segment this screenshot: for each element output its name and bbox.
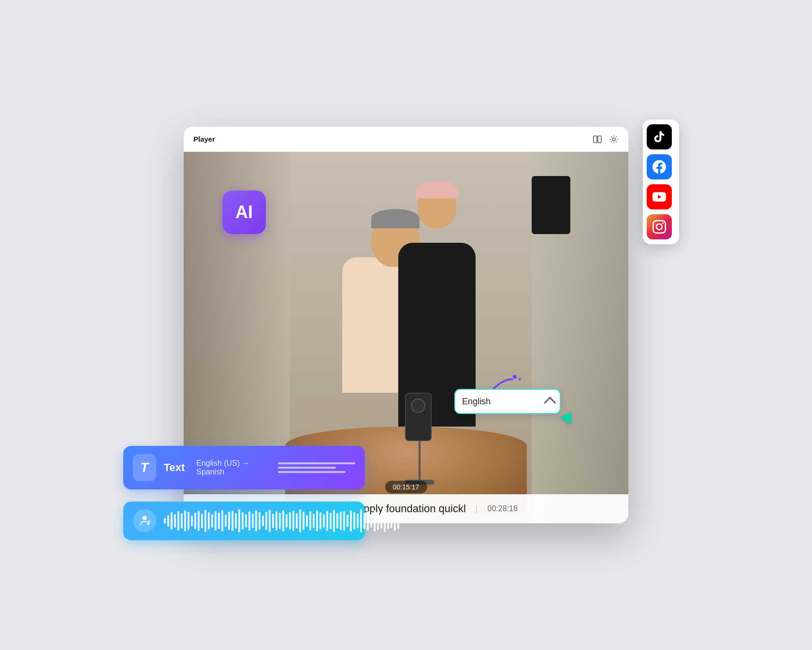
settings-icon[interactable]: [609, 134, 619, 144]
wave-bar: [394, 511, 396, 531]
wave-bar: [177, 511, 179, 531]
text-line-3: [278, 471, 346, 473]
text-line-1: [278, 462, 355, 464]
wave-bar: [309, 511, 311, 531]
wave-bar: [387, 512, 389, 530]
english-dropdown[interactable]: English: [454, 389, 561, 414]
wave-bar: [232, 511, 233, 531]
wave-bar: [360, 509, 362, 532]
svg-point-5: [143, 516, 147, 520]
wave-bar: [367, 511, 369, 531]
wave-bar: [286, 514, 288, 528]
english-dropdown-value: English: [462, 397, 491, 407]
wave-bar: [296, 513, 298, 529]
wave-bar: [323, 514, 325, 528]
wave-bar: [215, 511, 217, 531]
wave-bar: [319, 512, 321, 530]
scene-container: Player: [152, 71, 660, 579]
svg-rect-1: [598, 136, 601, 143]
wave-bar: [265, 512, 267, 530]
wave-bar: [316, 510, 318, 532]
wave-bar: [167, 515, 169, 527]
youtube-icon[interactable]: [647, 184, 672, 209]
wave-bar: [255, 510, 257, 532]
wave-bar: [208, 512, 210, 530]
title-bar: Player: [184, 127, 628, 152]
text-card-label: Text: [164, 461, 185, 474]
tiktok-icon[interactable]: [647, 124, 672, 149]
wave-bar: [306, 515, 308, 527]
camera-lens: [411, 399, 425, 413]
wave-bar: [336, 513, 338, 529]
wave-bar: [391, 514, 392, 528]
wave-bar: [289, 512, 291, 530]
svg-point-2: [612, 138, 615, 141]
wave-bar: [357, 514, 359, 528]
wave-bar: [262, 516, 264, 526]
time-indicator: 00:15:17: [385, 481, 427, 493]
wave-bar: [326, 511, 328, 531]
title-bar-icons: [593, 134, 619, 144]
ai-badge: AI: [222, 191, 266, 234]
wave-bar: [343, 511, 345, 531]
wave-bar: [218, 513, 220, 529]
wave-bar: [259, 512, 261, 530]
wave-bar: [353, 512, 355, 530]
wave-bar: [333, 510, 335, 532]
text-type-icon: T: [133, 454, 156, 481]
wave-bar: [181, 513, 183, 529]
wave-bar: [248, 511, 250, 531]
wave-bar: [363, 513, 365, 529]
wave-bar: [377, 512, 379, 530]
wave-bar: [384, 510, 386, 532]
wave-bar: [174, 514, 176, 528]
wave-bar: [374, 510, 376, 532]
wave-bar: [347, 515, 348, 527]
wave-bar: [299, 509, 301, 532]
audio-waveform: [164, 509, 399, 532]
split-view-icon[interactable]: [593, 134, 602, 144]
wave-bar: [282, 510, 284, 532]
wave-bar: [171, 512, 173, 530]
wave-bar: [276, 511, 277, 531]
wave-bar: [225, 515, 227, 527]
phone-device: [405, 393, 432, 441]
wave-bar: [397, 513, 399, 529]
wave-bar: [201, 514, 203, 528]
text-line-2: [278, 467, 336, 469]
chevron-up-icon: [544, 397, 556, 409]
text-lines-decoration: [278, 462, 355, 473]
text-card-languages: English (US) → Spanish: [196, 459, 267, 476]
wave-bar: [242, 512, 244, 530]
text-overlay-card: T Text English (US) → Spanish: [123, 446, 365, 489]
wave-bar: [272, 514, 274, 528]
wave-bar: [221, 510, 223, 532]
wave-bar: [330, 513, 332, 529]
wave-bar: [164, 518, 166, 524]
studio-light: [532, 176, 570, 234]
wave-bar: [238, 509, 240, 532]
wave-bar: [235, 513, 237, 529]
wave-bar: [252, 514, 254, 528]
wave-bar: [245, 514, 247, 528]
svg-rect-0: [594, 136, 597, 143]
wave-bar: [184, 510, 186, 532]
wave-bar: [380, 513, 382, 529]
wave-bar: [194, 513, 196, 529]
person-standing-head: [418, 185, 456, 228]
tripod-stick: [419, 441, 420, 480]
window-title: Player: [193, 135, 215, 143]
wave-bar: [350, 510, 352, 532]
wave-bar: [228, 512, 230, 530]
wave-bar: [188, 512, 189, 530]
social-panel: [643, 119, 679, 244]
facebook-icon[interactable]: [647, 154, 672, 179]
wave-bar: [313, 514, 315, 528]
instagram-icon[interactable]: [647, 214, 672, 239]
hair: [371, 209, 420, 228]
wave-bar: [279, 513, 281, 529]
wave-bar: [269, 510, 271, 532]
wave-bar: [211, 514, 213, 528]
wave-bar: [340, 512, 342, 530]
time-current: 00:15:17: [393, 483, 420, 491]
